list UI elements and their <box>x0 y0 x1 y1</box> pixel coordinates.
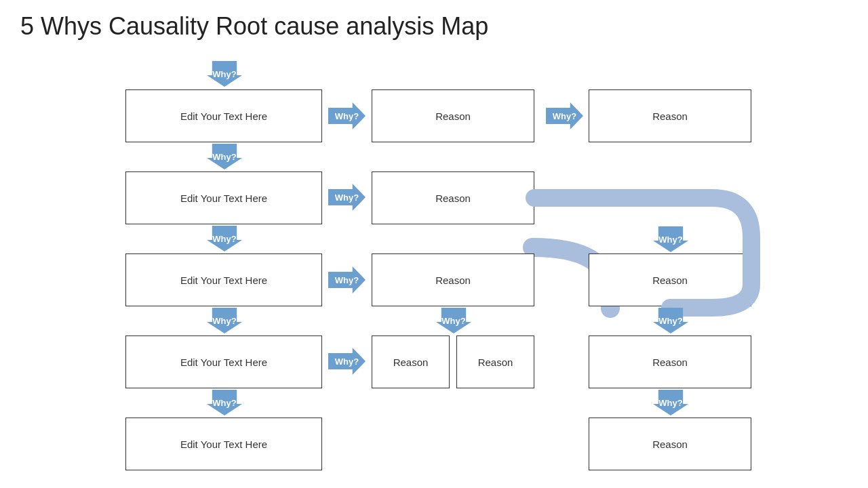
left-box-4[interactable]: Edit Your Text Here <box>125 336 322 388</box>
why-right-r1: Why? <box>546 102 583 129</box>
mid-box-4a[interactable]: Reason <box>372 336 450 388</box>
why-right-down-2: Why? <box>653 308 688 333</box>
why-right-3: Why? <box>328 266 366 293</box>
why-right-down-3: Why? <box>653 390 688 415</box>
mid-box-2[interactable]: Reason <box>372 171 534 224</box>
why-arrow-4: Why? <box>207 390 242 415</box>
why-mid-down: Why? <box>436 308 471 333</box>
why-arrow-2: Why? <box>207 226 242 251</box>
left-box-2[interactable]: Edit Your Text Here <box>125 171 322 224</box>
right-box-3[interactable]: Reason <box>589 336 751 388</box>
left-box-5[interactable]: Edit Your Text Here <box>125 418 322 470</box>
left-box-3[interactable]: Edit Your Text Here <box>125 253 322 306</box>
why-arrow-top: Why? <box>207 61 242 87</box>
mid-box-1[interactable]: Reason <box>372 89 534 142</box>
why-right-down-1: Why? <box>653 226 688 252</box>
right-box-4[interactable]: Reason <box>589 418 751 470</box>
diagram-area: Why? Edit Your Text Here Why? Edit Your … <box>0 54 868 488</box>
why-right-2: Why? <box>328 184 366 211</box>
mid-box-3[interactable]: Reason <box>372 253 534 306</box>
why-arrow-3: Why? <box>207 308 242 333</box>
mid-box-4b[interactable]: Reason <box>456 336 534 388</box>
right-box-2[interactable]: Reason <box>589 253 751 306</box>
right-box-1[interactable]: Reason <box>589 89 751 142</box>
why-arrow-1: Why? <box>207 144 242 169</box>
why-right-4: Why? <box>328 348 366 375</box>
left-box-1[interactable]: Edit Your Text Here <box>125 89 322 142</box>
why-right-1: Why? <box>328 102 366 129</box>
page-title: 5 Whys Causality Root cause analysis Map <box>0 0 868 47</box>
